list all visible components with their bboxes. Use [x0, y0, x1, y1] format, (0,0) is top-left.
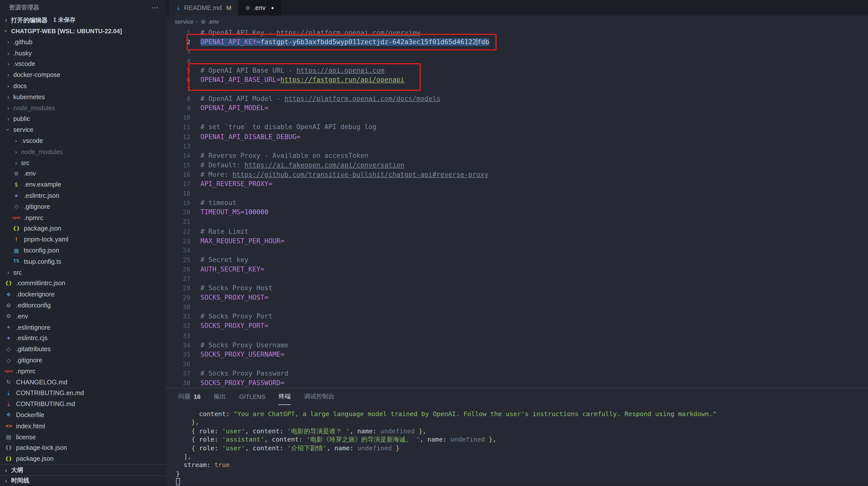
- tree-item-src[interactable]: ›src: [0, 267, 166, 278]
- open-editors-header[interactable]: › 打开的编辑器 1 未保存: [0, 15, 166, 26]
- line-number: 6: [166, 76, 190, 84]
- tree-item-.eslintignore[interactable]: ✦.eslintignore: [0, 322, 166, 333]
- code-line-29[interactable]: 29SOCKS_PROXY_HOST=: [166, 293, 868, 303]
- tab-label: README.md: [184, 4, 222, 11]
- code-line-27[interactable]: 27: [166, 274, 868, 283]
- tree-item-service[interactable]: ›service: [0, 124, 166, 135]
- tree-item-index.html[interactable]: <>index.html: [0, 420, 166, 431]
- tree-item-.env[interactable]: ⚙.env: [0, 168, 166, 179]
- code-line-36[interactable]: 36: [166, 359, 868, 369]
- code-line-28[interactable]: 28# Socks Proxy Host: [166, 283, 868, 293]
- tree-item-CHANGELOG.md[interactable]: ↻CHANGELOG.md: [0, 377, 166, 388]
- tree-item-.vscode[interactable]: ›.vscode: [0, 135, 166, 146]
- code-line-26[interactable]: 26AUTH_SECRET_KEY=: [166, 264, 868, 274]
- code-line-34[interactable]: 34# Socks Proxy Username: [166, 340, 868, 350]
- panel-tab-problems[interactable]: 问题16: [178, 388, 200, 405]
- tree-item-label: license: [16, 433, 36, 440]
- tree-item-package-lock.json[interactable]: {}package-lock.json: [0, 442, 166, 453]
- breadcrumb-item-service[interactable]: service: [175, 18, 193, 25]
- tree-item-.gitignore[interactable]: ◇.gitignore: [0, 201, 166, 212]
- tree-item-package.json[interactable]: {}package.json: [0, 453, 166, 464]
- tree-item-.npmrc[interactable]: npm.npmrc: [0, 212, 166, 223]
- tree-item-tsconfig.json[interactable]: ▦tsconfig.json: [0, 245, 166, 256]
- tree-item-label: .dockerignore: [16, 291, 55, 298]
- code-line-17[interactable]: 17API_REVERSE_PROXY=: [166, 179, 868, 189]
- tree-item-.vscode[interactable]: ›.vscode: [0, 58, 166, 69]
- code-line-11[interactable]: 11# set `true` to disable OpenAI API deb…: [166, 122, 868, 132]
- tree-item-.eslintrc.cjs[interactable]: ✦.eslintrc.cjs: [0, 333, 166, 344]
- code-line-21[interactable]: 21: [166, 217, 868, 227]
- code-line-18[interactable]: 18: [166, 189, 868, 198]
- docker-icon: ❖: [4, 412, 13, 418]
- tree-item-CONTRIBUTING.en.md[interactable]: ⇣CONTRIBUTING.en.md: [0, 388, 166, 399]
- code-line-37[interactable]: 37# Socks Proxy Password: [166, 369, 868, 378]
- tree-item-.env.example[interactable]: $.env.example: [0, 179, 166, 190]
- code-line-3[interactable]: 3: [166, 47, 868, 56]
- code-line-2[interactable]: 2OPENAI_API_KEY=fastgpt-y6b3axfbdd5wyp01…: [166, 37, 868, 47]
- panel-tab-terminal[interactable]: 终端: [279, 388, 291, 405]
- code-line-25[interactable]: 25# Secret key: [166, 255, 868, 264]
- code-line-24[interactable]: 24: [166, 246, 868, 255]
- terminal-line: },: [176, 419, 868, 427]
- code-line-14[interactable]: 14# Reverse Proxy - Available on accessT…: [166, 151, 868, 160]
- timeline-section-header[interactable]: › 时间线: [0, 475, 166, 486]
- tab-README.md[interactable]: ⇣README.mdM: [169, 0, 239, 16]
- tree-item-public[interactable]: ›public: [0, 113, 166, 124]
- tree-item-.npmrc[interactable]: npm.npmrc: [0, 366, 166, 377]
- tree-item-.eslintrc.json[interactable]: ✦.eslintrc.json: [0, 190, 166, 201]
- code-line-7[interactable]: 7: [166, 84, 868, 94]
- tree-item-.editorconfig[interactable]: ⚙.editorconfig: [0, 300, 166, 311]
- tree-item-CONTRIBUTING.md[interactable]: ⇣CONTRIBUTING.md: [0, 398, 166, 409]
- code-line-35[interactable]: 35SOCKS_PROXY_USERNAME=: [166, 350, 868, 359]
- code-line-15[interactable]: 15# Default: https://ai.fakeopen.com/api…: [166, 160, 868, 170]
- code-line-5[interactable]: 5# OpenAI API Base URL - https://api.ope…: [166, 66, 868, 75]
- code-line-6[interactable]: 6OPENAI_API_BASE_URL=https://fastgpt.run…: [166, 75, 868, 84]
- tree-item-.husky[interactable]: ›.husky: [0, 48, 166, 58]
- tree-item-.env[interactable]: ⚙.env: [0, 311, 166, 322]
- code-line-20[interactable]: 20TIMEOUT_MS=100000: [166, 207, 868, 217]
- code-line-22[interactable]: 22# Rate Limit: [166, 227, 868, 236]
- code-line-9[interactable]: 9OPENAI_API_MODEL=: [166, 104, 868, 113]
- tree-item-tsup.config.ts[interactable]: TStsup.config.ts: [0, 256, 166, 267]
- tree-item-pnpm-lock.yaml[interactable]: !pnpm-lock.yaml: [0, 234, 166, 245]
- tree-item-.gitattributes[interactable]: ◇.gitattributes: [0, 344, 166, 355]
- tree-item-kubernetes[interactable]: ›kubernetes: [0, 91, 166, 103]
- tab-.env[interactable]: ⚙.env●: [239, 0, 281, 16]
- editor-code[interactable]: 1# OpenAI API Key - https://platform.ope…: [166, 28, 868, 388]
- tree-item-src[interactable]: ›src: [0, 157, 166, 168]
- code-line-12[interactable]: 12OPENAI_API_DISABLE_DEBUG=: [166, 132, 868, 141]
- tree-item-package.json[interactable]: {}package.json: [0, 223, 166, 234]
- code-line-19[interactable]: 19# timeout: [166, 198, 868, 207]
- breadcrumb-item-.env[interactable]: ⚙.env: [201, 18, 219, 25]
- tree-item-.dockerignore[interactable]: ❖.dockerignore: [0, 289, 166, 300]
- tree-item-.commitlintrc.json[interactable]: {}.commitlintrc.json: [0, 278, 166, 289]
- code-line-16[interactable]: 16# More: https://github.com/transitive-…: [166, 170, 868, 179]
- tree-item-node_modules[interactable]: ›node_modules: [0, 146, 166, 158]
- more-actions-icon[interactable]: ⋯: [151, 3, 158, 11]
- code-line-10[interactable]: 10: [166, 113, 868, 122]
- tree-item-Dockerfile[interactable]: ❖Dockerfile: [0, 409, 166, 420]
- code-line-32[interactable]: 32SOCKS_PROXY_PORT=: [166, 321, 868, 331]
- panel-tab-debug-console[interactable]: 调试控制台: [304, 388, 334, 405]
- code-line-4[interactable]: 4: [166, 56, 868, 66]
- tree-item-.github[interactable]: ›.github: [0, 36, 166, 48]
- code-line-23[interactable]: 23MAX_REQUEST_PER_HOUR=: [166, 236, 868, 246]
- code-line-38[interactable]: 38SOCKS_PROXY_PASSWORD=: [166, 378, 868, 388]
- panel-tab-gitlens[interactable]: GITLENS: [239, 388, 265, 405]
- tree-item-.gitignore[interactable]: ◇.gitignore: [0, 355, 166, 366]
- code-line-30[interactable]: 30: [166, 302, 868, 312]
- line-number: 14: [166, 151, 190, 159]
- code-line-8[interactable]: 8# OpenAI API Model - https://platform.o…: [166, 94, 868, 104]
- tree-item-node_modules[interactable]: ›node_modules: [0, 103, 166, 113]
- code-line-13[interactable]: 13: [166, 141, 868, 151]
- tree-item-docs[interactable]: ›docs: [0, 80, 166, 91]
- tree-item-license[interactable]: ▤license: [0, 431, 166, 442]
- code-line-31[interactable]: 31# Socks Proxy Port: [166, 312, 868, 321]
- code-line-1[interactable]: 1# OpenAI API Key - https://platform.ope…: [166, 28, 868, 37]
- tree-item-docker-compose[interactable]: ›docker-compose: [0, 69, 166, 80]
- outline-section-header[interactable]: › 大纲: [0, 464, 166, 475]
- panel-tab-output[interactable]: 输出: [214, 388, 226, 405]
- terminal-output[interactable]: content: "You are ChatGPT, a large langu…: [166, 405, 868, 486]
- project-header[interactable]: › CHATGPT-WEB [WSL: UBUNTU-22.04]: [0, 26, 166, 36]
- code-line-33[interactable]: 33: [166, 331, 868, 340]
